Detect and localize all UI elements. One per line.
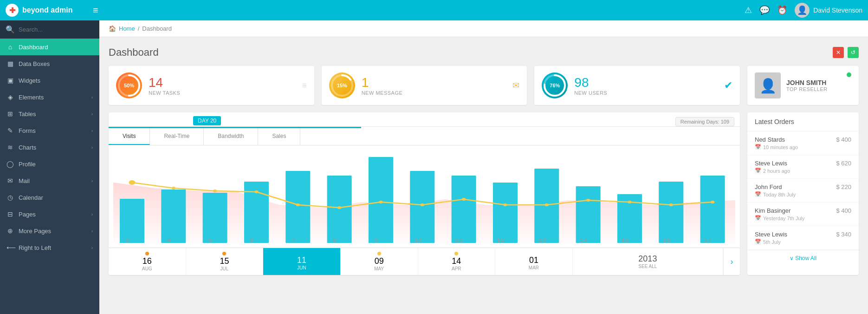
sidebar-item-elements[interactable]: ◈ Elements › (0, 89, 99, 105)
svg-text:6: 6 (250, 237, 254, 243)
stat-card-tasks: 50% 14 NEW TASKS ≡ (109, 66, 314, 105)
order-time-5: 📅 5th July (755, 239, 787, 245)
svg-point-22 (172, 187, 175, 190)
sidebar-item-forms[interactable]: ✎ Forms › (0, 122, 99, 139)
date-cell-apr[interactable]: 14 APR (418, 248, 496, 275)
sidebar-label-calendar: Calendar (19, 194, 43, 201)
sidebar: 🔍 ⌂ Dashboard ▦ Data Boxes ▣ Widgets ◈ (0, 20, 99, 314)
title-icon-red-button[interactable]: ✕ (833, 47, 844, 58)
chat-icon[interactable]: 💬 (759, 5, 770, 15)
chart-tab-sales[interactable]: Sales (258, 128, 300, 145)
forms-chevron-icon: › (91, 128, 93, 133)
svg-text:12: 12 (497, 237, 505, 243)
order-item-1: Ned Stards 📅 10 minutes ago $ 400 (747, 131, 859, 155)
online-indicator (847, 72, 851, 77)
sidebar-label-tables: Tables (19, 111, 36, 118)
date-cell-jul[interactable]: 15 JUL (186, 248, 264, 275)
sidebar-label-rtl: Right to Left (19, 244, 51, 251)
sidebar-item-mail[interactable]: ✉ Mail › (0, 172, 99, 189)
top-nav-right: ⚠ 💬 ⏰ 👤 David Stevenson (745, 3, 862, 18)
svg-rect-17 (576, 186, 601, 243)
sidebar-item-pages[interactable]: ⊟ Pages › (0, 206, 99, 222)
sidebar-item-charts[interactable]: ≋ Charts › (0, 139, 99, 156)
date-cell-mar[interactable]: 01 MAR (495, 248, 573, 275)
tables-chevron-icon: › (91, 111, 93, 117)
order-item-5: Steve Lewis 📅 5th July $ 340 (747, 226, 859, 250)
svg-point-34 (669, 203, 673, 206)
breadcrumb-separator: / (138, 25, 140, 32)
date-cell-may[interactable]: 09 MAY (341, 248, 418, 275)
reseller-title: TOP RESELLER (786, 86, 828, 92)
search-input[interactable] (19, 26, 94, 33)
more-pages-chevron-icon: › (91, 229, 93, 234)
sidebar-search-area: 🔍 (0, 20, 99, 39)
order-amount-3: $ 220 (836, 183, 851, 190)
rtl-icon: ⟵ (6, 244, 14, 251)
sidebar-item-more-pages[interactable]: ⊕ More Pages › (0, 222, 99, 239)
mail-chevron-icon: › (91, 178, 93, 183)
messages-circle-label: 15% (337, 83, 347, 88)
chart-svg: 3 4 5 6 7 8 9 10 11 12 13 14 15 (113, 150, 735, 243)
tasks-progress-circle: 50% (116, 72, 142, 98)
messages-label: NEW MESSAGE (362, 90, 506, 96)
calendar-small-icon-1: 📅 (755, 144, 761, 150)
chart-tab-realtime[interactable]: Real-Time (150, 128, 204, 145)
user-menu[interactable]: 👤 David Stevenson (795, 3, 862, 18)
svg-rect-14 (452, 176, 476, 243)
hamburger-menu-button[interactable]: ≡ (93, 5, 98, 16)
rtl-chevron-icon: › (91, 245, 93, 250)
data-boxes-icon: ▦ (6, 60, 14, 67)
elements-chevron-icon: › (91, 95, 93, 100)
date-cell-jun[interactable]: 11 JUN (263, 248, 341, 275)
user-avatar: 👤 (795, 3, 810, 18)
clock-icon[interactable]: ⏰ (777, 5, 787, 15)
svg-rect-19 (659, 182, 683, 243)
date-next-arrow[interactable]: › (723, 248, 740, 275)
title-icons: ✕ ↺ (833, 47, 859, 58)
messages-icon-right: ✉ (512, 80, 519, 91)
breadcrumb-home-link[interactable]: Home (119, 25, 135, 32)
bell-icon[interactable]: ⚠ (745, 5, 752, 15)
svg-rect-20 (700, 176, 725, 243)
order-name-5: Steve Lewis (755, 231, 787, 238)
svg-text:10: 10 (414, 237, 422, 243)
order-time-1: 📅 10 minutes ago (755, 144, 798, 150)
svg-point-23 (213, 190, 217, 192)
sidebar-item-right-to-left[interactable]: ⟵ Right to Left › (0, 239, 99, 256)
sidebar-label-profile: Profile (19, 161, 36, 168)
sidebar-label-widgets: Widgets (19, 77, 40, 84)
order-name-4: Kim Basinger (755, 207, 804, 214)
chart-tabs: Visits Real-Time Bandwidth Sales (109, 128, 740, 145)
svg-point-21 (129, 180, 136, 185)
date-see-all[interactable]: 2013 SEE ALL (573, 248, 723, 275)
order-time-2: 📅 2 hours ago (755, 168, 790, 174)
order-item-4: Kim Basinger 📅 Yesterday 7th July $ 400 (747, 203, 859, 226)
title-icon-green-button[interactable]: ↺ (848, 47, 859, 58)
dashboard-content: Dashboard ✕ ↺ 50% (99, 37, 868, 284)
date-cell-aug[interactable]: 16 AUG (109, 248, 186, 275)
sidebar-item-data-boxes[interactable]: ▦ Data Boxes (0, 55, 99, 72)
sidebar-label-elements: Elements (19, 94, 44, 101)
svg-point-29 (462, 198, 466, 201)
sidebar-item-calendar[interactable]: ◷ Calendar (0, 189, 99, 206)
calendar-small-icon-3: 📅 (755, 191, 761, 197)
page-title: Dashboard (109, 46, 159, 59)
order-item-3: John Ford 📅 Today 8th July $ 220 (747, 179, 859, 203)
profile-icon: ◯ (6, 160, 14, 168)
show-all-button[interactable]: ∨ Show All (747, 250, 859, 266)
svg-rect-13 (410, 171, 434, 243)
sidebar-item-profile[interactable]: ◯ Profile (0, 156, 99, 172)
remaining-days-badge: Remaining Days: 109 (675, 117, 734, 126)
sidebar-item-widgets[interactable]: ▣ Widgets (0, 72, 99, 89)
stat-card-users: 76% 98 NEW USERS ✔ (534, 66, 740, 105)
chart-tab-visits[interactable]: Visits (109, 128, 150, 145)
sidebar-item-dashboard[interactable]: ⌂ Dashboard (0, 39, 99, 55)
chart-tab-bandwidth[interactable]: Bandwidth (204, 128, 258, 145)
sidebar-label-dashboard: Dashboard (19, 44, 48, 51)
sidebar-label-more-pages: More Pages (19, 228, 51, 235)
breadcrumb-current: Dashboard (142, 25, 172, 32)
svg-point-24 (254, 190, 258, 193)
reseller-avatar: 👤 (755, 72, 781, 98)
sidebar-item-tables[interactable]: ⊞ Tables › (0, 105, 99, 122)
svg-point-35 (711, 201, 714, 203)
